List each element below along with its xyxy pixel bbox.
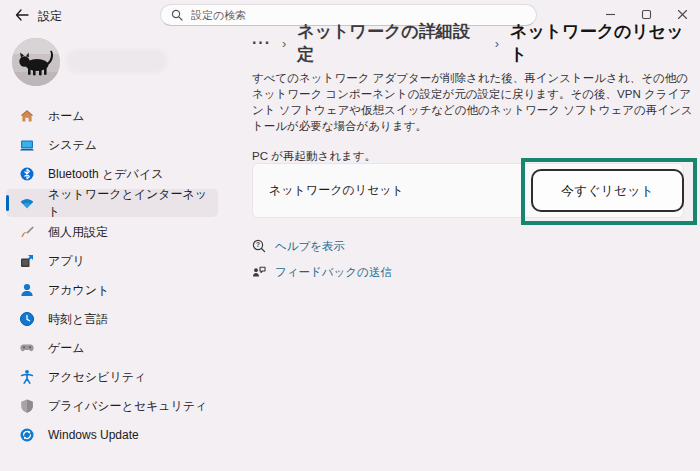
breadcrumb-ellipsis[interactable]: ··· <box>252 38 271 48</box>
sidebar-item-home[interactable]: ホーム <box>6 102 218 130</box>
sidebar-item-label: 個人用設定 <box>48 224 108 241</box>
privacy-icon <box>19 398 35 414</box>
sidebar-item-label: システム <box>48 137 97 154</box>
page-description: すべてのネットワーク アダプターが削除された後、再インストールされ、その他のネッ… <box>252 70 695 134</box>
time-language-icon <box>19 311 35 327</box>
breadcrumb: ··· › ネットワークの詳細設定 › ネットワークのリセット <box>252 30 698 56</box>
personalization-icon <box>19 224 35 240</box>
network-icon <box>19 195 35 211</box>
home-icon <box>19 108 35 124</box>
bluetooth-icon <box>19 166 35 182</box>
maximize-icon <box>641 9 652 20</box>
windows-update-icon <box>19 427 35 443</box>
back-button[interactable] <box>10 4 34 26</box>
user-name-redacted <box>66 49 167 73</box>
sidebar-item-label: アプリ <box>48 253 85 270</box>
sidebar-item-label: プライバシーとセキュリティ <box>48 398 207 415</box>
sidebar-item-label: Bluetooth とデバイス <box>48 166 163 183</box>
sidebar-item-label: ゲーム <box>48 340 85 357</box>
reset-now-button[interactable]: 今すぐリセット <box>531 169 684 212</box>
avatar[interactable] <box>12 38 60 86</box>
sidebar-item-windows-update[interactable]: Windows Update <box>6 421 218 449</box>
sidebar-item-time-language[interactable]: 時刻と言語 <box>6 305 218 333</box>
main-content: ··· › ネットワークの詳細設定 › ネットワークのリセット すべてのネットワ… <box>252 30 698 164</box>
show-help-link[interactable]: ? ヘルプを表示 <box>252 236 392 256</box>
app-title: 設定 <box>38 8 62 25</box>
sidebar-item-accounts[interactable]: アカウント <box>6 276 218 304</box>
settings-window: 設定 <box>0 0 700 471</box>
search-icon <box>171 9 183 21</box>
system-icon <box>19 137 35 153</box>
sidebar-item-personalization[interactable]: 個人用設定 <box>6 218 218 246</box>
send-feedback-label: フィードバックの送信 <box>275 265 392 280</box>
gaming-icon <box>19 340 35 356</box>
show-help-label: ヘルプを表示 <box>275 239 345 254</box>
restart-note: PC が再起動されます。 <box>252 149 698 164</box>
breadcrumb-separator: › <box>282 36 286 51</box>
breadcrumb-separator: › <box>495 36 499 51</box>
apps-icon <box>19 253 35 269</box>
sidebar-item-label: ホーム <box>48 108 85 125</box>
help-icon: ? <box>252 239 266 253</box>
sidebar-item-bluetooth[interactable]: Bluetooth とデバイス <box>6 160 218 188</box>
back-arrow-icon <box>15 9 29 21</box>
sidebar-item-accessibility[interactable]: アクセシビリティ <box>6 363 218 391</box>
sidebar-item-label: アクセシビリティ <box>48 369 146 386</box>
sidebar-item-gaming[interactable]: ゲーム <box>6 334 218 362</box>
sidebar-item-network[interactable]: ネットワークとインターネット <box>6 189 218 217</box>
minimize-icon <box>605 9 616 20</box>
accessibility-icon <box>19 369 35 385</box>
sidebar-item-privacy[interactable]: プライバシーとセキュリティ <box>6 392 218 420</box>
reset-card-label: ネットワークのリセット <box>269 182 404 199</box>
sidebar-item-apps[interactable]: アプリ <box>6 247 218 275</box>
help-links: ? ヘルプを表示 フィードバックの送信 <box>252 236 392 288</box>
breadcrumb-parent[interactable]: ネットワークの詳細設定 <box>297 20 483 66</box>
sidebar-item-system[interactable]: システム <box>6 131 218 159</box>
svg-text:?: ? <box>256 241 260 248</box>
send-feedback-link[interactable]: フィードバックの送信 <box>252 262 392 282</box>
sidebar-item-label: Windows Update <box>48 428 139 442</box>
cat-avatar-image <box>12 38 60 86</box>
sidebar-item-label: ネットワークとインターネット <box>48 186 218 220</box>
page-title: ネットワークのリセット <box>510 20 698 66</box>
feedback-icon <box>252 265 266 279</box>
close-icon <box>677 9 688 20</box>
sidebar-item-label: アカウント <box>48 282 109 299</box>
accounts-icon <box>19 282 35 298</box>
sidebar-item-label: 時刻と言語 <box>48 311 108 328</box>
sidebar-nav: ホーム システム Bluetooth とデバイス ネットワークとインターネット <box>6 102 218 450</box>
